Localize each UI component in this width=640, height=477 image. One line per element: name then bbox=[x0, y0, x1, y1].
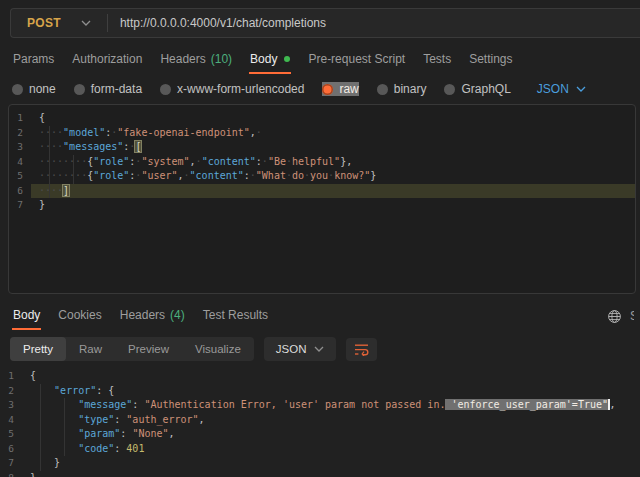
tab-label: Cookies bbox=[58, 308, 101, 322]
body-type-label: raw bbox=[339, 82, 358, 96]
tab-label: Body bbox=[250, 52, 277, 66]
view-raw[interactable]: Raw bbox=[66, 337, 115, 361]
request-language-select[interactable]: JSON bbox=[537, 82, 586, 96]
globe-icon[interactable] bbox=[607, 309, 622, 324]
request-tab-authorization[interactable]: Authorization bbox=[71, 46, 143, 74]
radio-icon bbox=[377, 84, 388, 95]
radio-icon bbox=[12, 84, 23, 95]
body-type-x-www-form-urlencoded[interactable]: x-www-form-urlencoded bbox=[160, 82, 304, 96]
radio-icon bbox=[160, 84, 171, 95]
chevron-down-icon bbox=[314, 346, 324, 352]
tab-label: Headers bbox=[120, 308, 165, 322]
code-line: 1{ bbox=[0, 369, 640, 384]
response-tab-test-results[interactable]: Test Results bbox=[202, 302, 269, 330]
unsaved-dot-icon bbox=[284, 56, 290, 62]
view-pretty[interactable]: Pretty bbox=[10, 337, 66, 361]
indent-guide bbox=[40, 384, 41, 471]
response-tab-headers[interactable]: Headers(4) bbox=[119, 302, 186, 330]
line-number: 4 bbox=[0, 413, 22, 428]
code-line: 4 "type": "auth_error", bbox=[0, 413, 640, 428]
tab-label: Params bbox=[13, 52, 54, 66]
method-select[interactable]: POST bbox=[11, 16, 107, 30]
line-number: 6 bbox=[0, 442, 22, 457]
response-tab-body[interactable]: Body bbox=[12, 302, 41, 330]
code-line: 7} bbox=[9, 198, 635, 213]
tab-label: Test Results bbox=[203, 308, 268, 322]
indent-guide bbox=[49, 126, 50, 198]
body-type-label: GraphQL bbox=[461, 82, 510, 96]
line-number: 1 bbox=[9, 111, 31, 126]
line-number: 3 bbox=[0, 398, 22, 413]
view-visualize[interactable]: Visualize bbox=[182, 337, 254, 361]
indent-guide bbox=[64, 398, 65, 456]
method-label: POST bbox=[27, 16, 61, 30]
body-type-selector: noneform-datax-www-form-urlencodedrawbin… bbox=[0, 76, 640, 102]
line-number: 3 bbox=[9, 140, 31, 155]
request-tab-body[interactable]: Body bbox=[249, 46, 291, 74]
line-number: 6 bbox=[9, 184, 31, 199]
response-tab-cookies[interactable]: Cookies bbox=[57, 302, 102, 330]
radio-icon bbox=[322, 84, 333, 95]
request-language-label: JSON bbox=[537, 82, 569, 96]
response-language-label: JSON bbox=[276, 343, 307, 355]
code-line: 3 "message": "Authentication Error, 'use… bbox=[0, 398, 640, 413]
wrap-lines-button[interactable] bbox=[346, 338, 377, 361]
chevron-down-icon bbox=[576, 86, 586, 92]
code-line: 8} bbox=[0, 471, 640, 477]
code-line: 7 } bbox=[0, 456, 640, 471]
tab-label: Authorization bbox=[72, 52, 142, 66]
response-header-right: S bbox=[607, 309, 634, 324]
tab-label: Headers bbox=[160, 52, 205, 66]
response-code: 1{2 "error": {3 "message": "Authenticati… bbox=[0, 369, 640, 477]
code-line: 1{ bbox=[9, 111, 635, 126]
body-type-graphql[interactable]: GraphQL bbox=[444, 82, 510, 96]
tab-count-badge: (4) bbox=[170, 308, 185, 322]
line-number: 2 bbox=[0, 384, 22, 399]
tab-label: Body bbox=[13, 308, 40, 322]
status-label-partial: S bbox=[630, 309, 634, 323]
response-toolbar: PrettyRawPreviewVisualize JSON bbox=[10, 337, 640, 361]
response-body-editor[interactable]: 1{2 "error": {3 "message": "Authenticati… bbox=[0, 365, 640, 477]
wrap-lines-icon bbox=[354, 343, 369, 356]
indent-guide bbox=[73, 155, 74, 184]
body-type-none[interactable]: none bbox=[12, 82, 56, 96]
code-line: 4········{"role":·"system",·"content":·"… bbox=[9, 155, 635, 170]
body-type-binary[interactable]: binary bbox=[377, 82, 427, 96]
body-type-label: x-www-form-urlencoded bbox=[177, 82, 304, 96]
tab-label: Pre-request Script bbox=[308, 52, 405, 66]
tab-label: Tests bbox=[423, 52, 451, 66]
request-tab-headers[interactable]: Headers(10) bbox=[159, 46, 233, 74]
tab-count-badge: (10) bbox=[211, 52, 232, 66]
body-type-form-data[interactable]: form-data bbox=[74, 82, 142, 96]
request-code: 1{2····"model":·"fake-openai-endpoint",·… bbox=[9, 111, 635, 213]
request-body-editor[interactable]: 1{2····"model":·"fake-openai-endpoint",·… bbox=[8, 104, 636, 294]
code-line: 6 "code": 401 bbox=[0, 442, 640, 457]
body-type-raw[interactable]: raw bbox=[322, 82, 358, 96]
url-input[interactable] bbox=[108, 16, 640, 30]
line-number: 5 bbox=[9, 169, 31, 184]
response-language-select[interactable]: JSON bbox=[264, 337, 337, 361]
body-type-options: noneform-datax-www-form-urlencodedrawbin… bbox=[12, 82, 511, 96]
line-number: 1 bbox=[0, 369, 22, 384]
response-tabs: BodyCookiesHeaders(4)Test Results bbox=[12, 302, 269, 330]
body-type-label: none bbox=[29, 82, 56, 96]
line-number: 7 bbox=[9, 198, 31, 213]
code-line: 2 "error": { bbox=[0, 384, 640, 399]
tab-label: Settings bbox=[469, 52, 512, 66]
code-line: 3····"messages":·[ bbox=[9, 140, 635, 155]
request-tab-tests[interactable]: Tests bbox=[422, 46, 452, 74]
chevron-down-icon bbox=[81, 20, 91, 26]
line-number: 2 bbox=[9, 126, 31, 141]
line-number: 4 bbox=[9, 155, 31, 170]
view-preview[interactable]: Preview bbox=[115, 337, 182, 361]
code-line: 2····"model":·"fake-openai-endpoint",· bbox=[9, 126, 635, 141]
request-tab-settings[interactable]: Settings bbox=[468, 46, 513, 74]
request-tab-params[interactable]: Params bbox=[12, 46, 55, 74]
response-view-switcher: PrettyRawPreviewVisualize bbox=[10, 337, 254, 361]
response-header: BodyCookiesHeaders(4)Test Results S bbox=[0, 302, 640, 330]
request-tabs: ParamsAuthorizationHeaders(10)BodyPre-re… bbox=[0, 46, 640, 74]
radio-icon bbox=[444, 84, 455, 95]
body-type-label: binary bbox=[394, 82, 427, 96]
line-number: 8 bbox=[0, 471, 22, 477]
request-tab-pre-request-script[interactable]: Pre-request Script bbox=[307, 46, 406, 74]
